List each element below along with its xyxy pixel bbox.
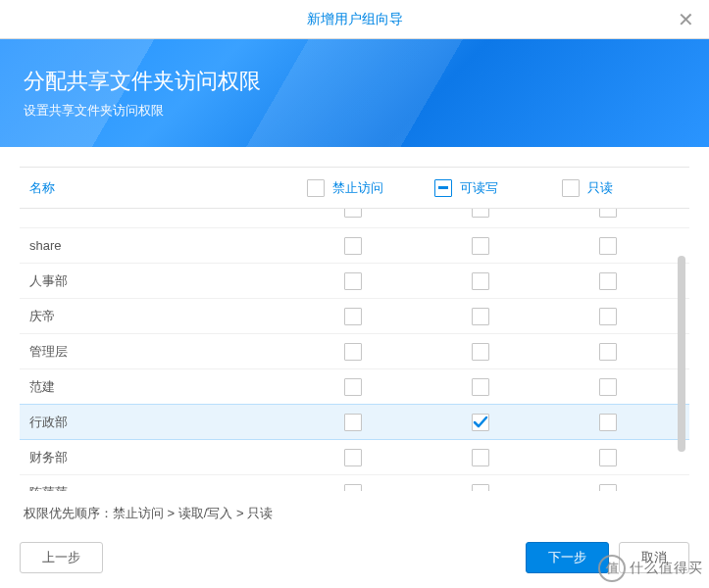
table-body: share人事部庆帝管理层范建行政部财务部陈萍萍: [20, 209, 689, 491]
col-label-no-access: 禁止访问: [332, 179, 383, 197]
no-access-checkbox[interactable]: [344, 343, 362, 361]
col-header-read-only: 只读: [544, 179, 672, 197]
no-access-checkbox[interactable]: [344, 237, 362, 255]
cancel-button[interactable]: 取消: [619, 542, 689, 573]
select-all-no-access-checkbox[interactable]: [307, 179, 325, 197]
priority-order-text: 权限优先顺序：禁止访问 > 读取/写入 > 只读: [20, 491, 689, 522]
no-access-checkbox[interactable]: [344, 308, 362, 325]
read-write-checkbox[interactable]: [472, 449, 489, 466]
col-label-read-write: 可读写: [460, 179, 498, 197]
read-write-checkbox[interactable]: [472, 484, 489, 492]
banner-subtitle: 设置共享文件夹访问权限: [24, 102, 685, 120]
table-row[interactable]: 陈萍萍: [20, 475, 689, 491]
read-write-checkbox[interactable]: [472, 414, 489, 431]
read-write-checkbox[interactable]: [472, 272, 489, 290]
read-only-checkbox[interactable]: [599, 237, 617, 255]
footer: 上一步 下一步 取消: [0, 522, 709, 588]
table-row[interactable]: 管理层: [20, 334, 689, 369]
folder-name: 人事部: [20, 272, 289, 290]
table-row[interactable]: 庆帝: [20, 299, 689, 334]
banner-title: 分配共享文件夹访问权限: [24, 67, 685, 96]
read-only-checkbox[interactable]: [599, 449, 617, 466]
table-row[interactable]: 行政部: [20, 404, 689, 440]
close-icon[interactable]: ✕: [674, 8, 697, 31]
read-only-checkbox[interactable]: [599, 414, 617, 431]
folder-name: 行政部: [20, 414, 289, 431]
col-label-read-only: 只读: [587, 179, 613, 197]
read-write-checkbox[interactable]: [472, 343, 489, 361]
banner: 分配共享文件夹访问权限 设置共享文件夹访问权限: [0, 39, 709, 147]
col-header-name[interactable]: 名称: [20, 179, 289, 197]
select-all-read-only-checkbox[interactable]: [562, 179, 580, 197]
read-write-checkbox[interactable]: [472, 378, 489, 396]
read-write-checkbox[interactable]: [472, 308, 489, 325]
folder-name: 管理层: [20, 343, 289, 361]
table-header: 名称 禁止访问 可读写 只读: [20, 168, 689, 209]
no-access-checkbox[interactable]: [344, 484, 362, 492]
read-only-checkbox[interactable]: [599, 484, 617, 492]
prev-button[interactable]: 上一步: [20, 542, 103, 573]
dialog-title: 新增用户组向导: [307, 11, 403, 28]
permissions-table: 名称 禁止访问 可读写 只读 share人事部庆帝管理层范建行政部财务部陈萍萍: [20, 167, 689, 491]
next-button[interactable]: 下一步: [526, 542, 609, 573]
folder-name: 范建: [20, 378, 289, 396]
select-all-read-write-checkbox[interactable]: [434, 179, 452, 197]
read-only-checkbox[interactable]: [599, 308, 617, 325]
footer-right: 下一步 取消: [526, 542, 689, 573]
table-row[interactable]: 财务部: [20, 440, 689, 475]
table-row[interactable]: 范建: [20, 369, 689, 405]
folder-name: 财务部: [20, 449, 289, 466]
col-header-read-write: 可读写: [417, 179, 544, 197]
content-area: 名称 禁止访问 可读写 只读 share人事部庆帝管理层范建行政部财务部陈萍萍 …: [0, 147, 709, 522]
no-access-checkbox[interactable]: [344, 449, 362, 466]
no-access-checkbox[interactable]: [344, 209, 362, 218]
read-only-checkbox[interactable]: [599, 343, 617, 361]
no-access-checkbox[interactable]: [344, 272, 362, 290]
read-only-checkbox[interactable]: [599, 378, 617, 396]
folder-name: 陈萍萍: [20, 484, 289, 492]
scrollbar-thumb[interactable]: [678, 256, 685, 452]
read-only-checkbox[interactable]: [599, 209, 617, 218]
titlebar: 新增用户组向导 ✕: [0, 0, 709, 39]
table-row[interactable]: 人事部: [20, 264, 689, 299]
folder-name: share: [20, 238, 289, 253]
read-only-checkbox[interactable]: [599, 272, 617, 290]
read-write-checkbox[interactable]: [472, 237, 489, 255]
no-access-checkbox[interactable]: [344, 414, 362, 431]
table-row[interactable]: share: [20, 228, 689, 264]
no-access-checkbox[interactable]: [344, 378, 362, 396]
folder-name: 庆帝: [20, 308, 289, 325]
read-write-checkbox[interactable]: [472, 209, 489, 218]
table-row[interactable]: [20, 209, 689, 228]
col-header-no-access: 禁止访问: [289, 179, 417, 197]
